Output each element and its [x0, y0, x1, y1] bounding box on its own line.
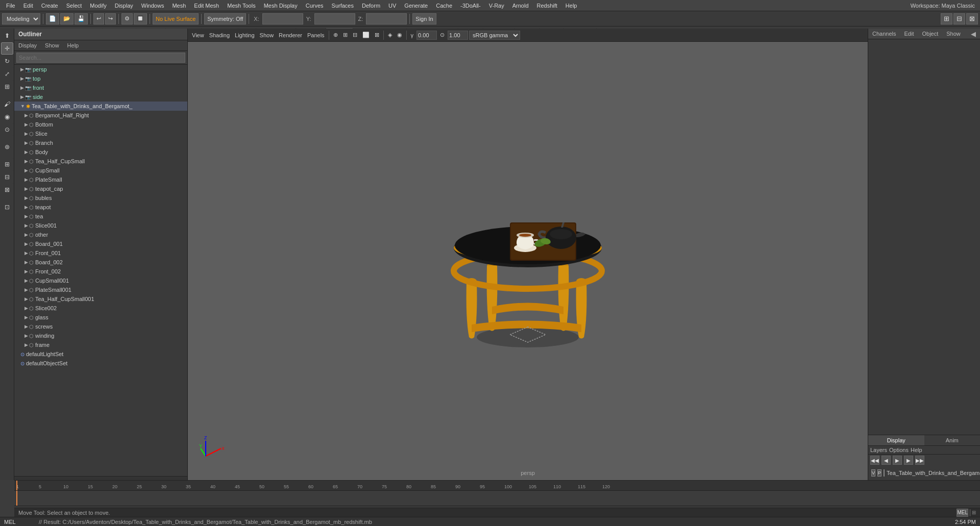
- ol-item-screws[interactable]: ▶ ⬡ screws: [14, 322, 187, 331]
- cb-layer-p-btn[interactable]: P: [877, 469, 881, 477]
- cb-object[interactable]: Object: [920, 30, 940, 38]
- cb-options-label[interactable]: Options: [889, 447, 909, 453]
- move-tool-btn[interactable]: ✛: [1, 42, 13, 55]
- vp-icon-xray[interactable]: ◈: [386, 31, 394, 39]
- cb-next-btn[interactable]: ▶: [904, 456, 913, 465]
- snap-btn[interactable]: ⚙: [121, 13, 133, 24]
- cb-layers-label[interactable]: Layers: [870, 447, 887, 453]
- cb-next-frame-btn[interactable]: ▶▶: [915, 456, 924, 465]
- ol-item-branch[interactable]: ▶ ⬡ Branch: [14, 138, 187, 147]
- ol-item-top[interactable]: ▶ 📷 top: [14, 74, 187, 83]
- ol-item-tea-half-cupsmall[interactable]: ▶ ⬡ Tea_Half_CupSmall: [14, 157, 187, 166]
- viewport-canvas[interactable]: X Y Z persp: [188, 42, 868, 480]
- menu-vray[interactable]: V-Ray: [485, 2, 508, 10]
- ol-item-front002[interactable]: ▶ ⬡ Front_002: [14, 267, 187, 276]
- menu-redshift[interactable]: Redshift: [533, 2, 561, 10]
- redo-btn[interactable]: ↪: [105, 13, 116, 24]
- ol-item-front[interactable]: ▶ 📷 front: [14, 83, 187, 92]
- icon-set3[interactable]: ⊠: [966, 13, 978, 24]
- menu-arnold[interactable]: Arnold: [508, 2, 533, 10]
- timeline-track[interactable]: [14, 491, 980, 506]
- menu-edit-mesh[interactable]: Edit Mesh: [190, 2, 223, 10]
- vp-color-space-select[interactable]: sRGB gamma: [469, 31, 520, 40]
- cb-tab-display[interactable]: Display: [868, 435, 924, 445]
- new-file-btn[interactable]: 📄: [46, 13, 59, 24]
- anim-layer-btn[interactable]: ⊠: [1, 184, 13, 196]
- snap-btn2[interactable]: 🔲: [134, 13, 147, 24]
- ol-item-teapot-cap[interactable]: ▶ ⬡ teapot_cap: [14, 184, 187, 193]
- symmetry-btn[interactable]: Symmetry: Off: [204, 13, 246, 24]
- no-live-surface-btn[interactable]: No Live Surface: [153, 13, 199, 24]
- menu-windows[interactable]: Windows: [137, 2, 168, 10]
- sculpt-btn[interactable]: 🖌: [1, 98, 13, 110]
- ol-item-body[interactable]: ▶ ⬡ Body: [14, 147, 187, 157]
- menu-file[interactable]: File: [2, 2, 19, 10]
- vp-exposure-input[interactable]: 1.00: [448, 31, 468, 40]
- menu-cache[interactable]: Cache: [432, 2, 456, 10]
- ol-item-cupsmall[interactable]: ▶ ⬡ CupSmall: [14, 166, 187, 175]
- rotate-tool-btn[interactable]: ↻: [1, 55, 13, 67]
- cb-channels[interactable]: Channels: [870, 30, 898, 38]
- search-input[interactable]: [16, 53, 185, 63]
- menu-select[interactable]: Select: [62, 2, 86, 10]
- menu-help[interactable]: Help: [561, 2, 581, 10]
- ol-item-board002[interactable]: ▶ ⬡ Board_002: [14, 258, 187, 267]
- ol-item-bubles[interactable]: ▶ ⬡ bubles: [14, 193, 187, 203]
- menu-create[interactable]: Create: [37, 2, 62, 10]
- vp-icon-materials[interactable]: ◉: [395, 31, 404, 39]
- undo-btn[interactable]: ↩: [93, 13, 104, 24]
- save-file-btn[interactable]: 💾: [75, 13, 88, 24]
- soft-sel-btn[interactable]: ◉: [1, 111, 13, 123]
- ol-item-glass[interactable]: ▶ ⬡ glass: [14, 313, 187, 322]
- menu-uv[interactable]: UV: [384, 2, 400, 10]
- menu-mesh-tools[interactable]: Mesh Tools: [223, 2, 259, 10]
- ol-item-frame[interactable]: ▶ ⬡ frame: [14, 340, 187, 349]
- vp-icon-shading-mode[interactable]: ⬜: [360, 31, 372, 39]
- outliner-menu-display[interactable]: Display: [16, 41, 39, 49]
- sign-in-btn[interactable]: Sign In: [412, 13, 436, 24]
- vp-icon-wireframe[interactable]: ⊠: [373, 31, 381, 39]
- cb-layer-name[interactable]: Tea_Table_with_Drinks_and_Bergamot: [887, 470, 980, 476]
- outliner-menu-help[interactable]: Help: [65, 41, 81, 49]
- ol-item-thcs001[interactable]: ▶ ⬡ Tea_Half_CupSmall001: [14, 294, 187, 304]
- ol-item-bottom[interactable]: ▶ ⬡ Bottom: [14, 120, 187, 129]
- mode-select[interactable]: Modeling: [2, 13, 40, 24]
- ol-item-slice001[interactable]: ▶ ⬡ Slice001: [14, 221, 187, 230]
- menu-3doall[interactable]: -3DoAll-: [456, 2, 485, 10]
- ol-item-tea-table[interactable]: ▼ ✱ Tea_Table_with_Drinks_and_Bergamot_: [14, 102, 187, 111]
- vp-menu-view[interactable]: View: [190, 32, 206, 39]
- transform-tool-btn[interactable]: ⊞: [1, 81, 13, 93]
- icon-set2[interactable]: ⊟: [953, 13, 965, 24]
- ol-item-default-object-set[interactable]: ⊙ defaultObjectSet: [14, 359, 187, 368]
- display-layer-btn[interactable]: ⊞: [1, 158, 13, 170]
- vp-menu-renderer[interactable]: Renderer: [277, 32, 304, 39]
- outliner-scrollbar[interactable]: [14, 476, 187, 480]
- menu-generate[interactable]: Generate: [400, 2, 432, 10]
- vp-menu-shading[interactable]: Shading: [207, 32, 232, 39]
- menu-mesh-display[interactable]: Mesh Display: [260, 2, 302, 10]
- node-editor-btn[interactable]: ⊡: [1, 201, 13, 213]
- ol-item-cupsmall001[interactable]: ▶ ⬡ CupSmall001: [14, 276, 187, 285]
- vp-gamma-input[interactable]: 0.00: [416, 31, 437, 40]
- menu-modify[interactable]: Modify: [86, 2, 110, 10]
- mel-python-toggle[interactable]: MEL: [957, 509, 968, 517]
- cb-edit[interactable]: Edit: [902, 30, 916, 38]
- y-input[interactable]: [314, 13, 355, 24]
- outliner-list[interactable]: ▶ 📷 persp ▶ 📷 top ▶ 📷 front ▶ 📷 side: [14, 65, 187, 476]
- timeline-playhead[interactable]: [16, 491, 17, 506]
- ol-item-board001[interactable]: ▶ ⬡ Board_001: [14, 239, 187, 248]
- ol-item-platesmall001[interactable]: ▶ ⬡ PlateSmall001: [14, 285, 187, 294]
- menu-display[interactable]: Display: [111, 2, 137, 10]
- ol-item-slice002[interactable]: ▶ ⬡ Slice002: [14, 304, 187, 313]
- cb-play-btn[interactable]: ▶: [893, 456, 902, 465]
- playhead[interactable]: [16, 481, 17, 490]
- cb-prev-btn[interactable]: ◀: [881, 456, 891, 465]
- menu-edit[interactable]: Edit: [19, 2, 37, 10]
- ol-item-default-light-set[interactable]: ⊙ defaultLightSet: [14, 349, 187, 359]
- cb-show[interactable]: Show: [944, 30, 963, 38]
- z-input[interactable]: [366, 13, 407, 24]
- menu-mesh[interactable]: Mesh: [168, 2, 190, 10]
- ol-item-winding[interactable]: ▶ ⬡ winding: [14, 331, 187, 340]
- ol-item-platesmall[interactable]: ▶ ⬡ PlateSmall: [14, 175, 187, 184]
- vp-menu-panels[interactable]: Panels: [305, 32, 327, 39]
